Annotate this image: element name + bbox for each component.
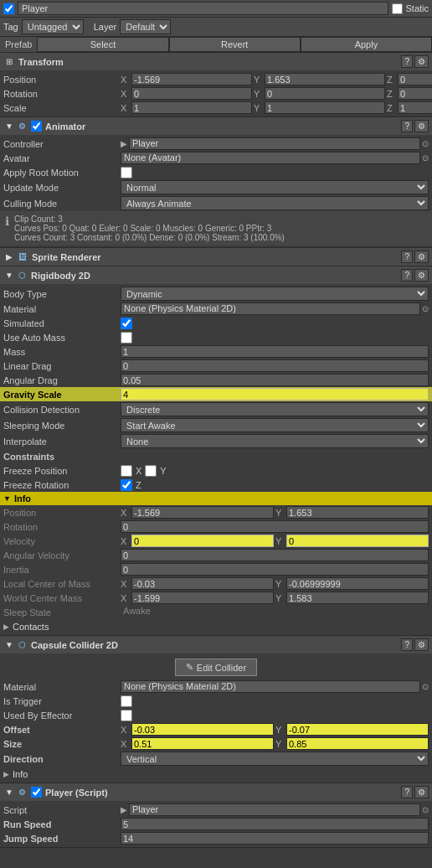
collider-info-row[interactable]: ▶ Info (0, 767, 432, 781)
is-trigger-row: Is Trigger (0, 694, 432, 708)
info-rotation-label: Rotation (3, 522, 121, 532)
animator-body: Controller ▶ Player ⊙ Avatar None (Avata… (0, 135, 432, 247)
revert-button[interactable]: Revert (169, 37, 301, 52)
capsule-collider2d-header[interactable]: ▼ ⬡ Capsule Collider 2D ? ⚙ (0, 636, 432, 654)
animator-settings-btn[interactable]: ⚙ (414, 120, 429, 132)
player-script-component: ▼ ⚙ Player (Script) ? ⚙ Script ▶ Player … (0, 783, 432, 848)
size-y[interactable] (286, 737, 429, 750)
body-type-select[interactable]: Dynamic (121, 287, 429, 301)
info-local-com-x[interactable] (131, 577, 274, 590)
rotation-x[interactable] (131, 87, 252, 100)
rigidbody2d-info-btn[interactable]: ? (401, 269, 413, 282)
clip-info-line3: Curves Count: 3 Constant: 0 (0.0%) Dense… (14, 233, 285, 242)
info-position-label: Position (3, 508, 121, 518)
mass-input[interactable] (121, 345, 429, 358)
collision-detection-row: Collision Detection Discrete (0, 401, 432, 417)
scale-y[interactable] (265, 101, 385, 114)
object-active-checkbox[interactable] (3, 3, 14, 14)
info-world-com-row: World Center Mass X Y (0, 591, 432, 605)
position-z[interactable] (398, 73, 432, 85)
simulated-checkbox[interactable] (121, 318, 132, 329)
transform-settings-btn[interactable]: ⚙ (414, 55, 429, 68)
sprite-renderer-info-btn[interactable]: ? (401, 251, 413, 263)
freeze-pos-y-checkbox[interactable] (145, 465, 157, 477)
edit-collider-button[interactable]: ✎ Edit Collider (175, 659, 257, 676)
player-script-header[interactable]: ▼ ⚙ Player (Script) ? ⚙ (0, 783, 432, 801)
info-local-com-y[interactable] (286, 577, 429, 590)
angular-drag-input[interactable] (121, 374, 429, 386)
apply-button[interactable]: Apply (301, 37, 432, 52)
jump-speed-input[interactable] (121, 832, 429, 845)
sprite-renderer-header[interactable]: ▶ 🖼 Sprite Renderer ? ⚙ (0, 248, 432, 266)
run-speed-input[interactable] (121, 818, 429, 830)
player-script-info-btn[interactable]: ? (401, 786, 413, 798)
transform-header[interactable]: ⊞ Transform ? ⚙ (0, 53, 432, 70)
info-velocity-x[interactable] (131, 535, 274, 547)
offset-xyz: X Y (121, 723, 429, 736)
use-auto-mass-row: Use Auto Mass (0, 330, 432, 344)
culling-mode-select[interactable]: Always Animate (121, 196, 429, 210)
info-header[interactable]: ▼ Info (0, 492, 432, 505)
freeze-rot-z-checkbox[interactable] (121, 479, 132, 491)
info-position-y[interactable] (286, 506, 429, 519)
animator-header[interactable]: ▼ ⚙ Animator ? ⚙ (0, 117, 432, 135)
freeze-position-checks: X Y (121, 465, 167, 477)
player-script-settings-btn[interactable]: ⚙ (414, 786, 429, 798)
select-button[interactable]: Select (37, 37, 168, 52)
gravity-scale-input[interactable] (121, 388, 429, 400)
rotation-row: Rotation X Y Z (0, 86, 432, 101)
player-script-enabled-checkbox[interactable] (31, 787, 42, 798)
info-velocity-y[interactable] (286, 535, 429, 547)
capsule-settings-btn[interactable]: ⚙ (414, 638, 429, 651)
tag-select[interactable]: Untagged (22, 19, 84, 34)
info-world-com-label: World Center Mass (3, 593, 121, 603)
apply-root-motion-checkbox[interactable] (121, 167, 132, 178)
animator-title: Animator (45, 121, 398, 132)
info-angular-velocity-input[interactable] (121, 549, 429, 561)
size-x[interactable] (131, 737, 274, 750)
capsule-info-btn[interactable]: ? (401, 638, 413, 651)
freeze-pos-x-checkbox[interactable] (121, 465, 132, 477)
linear-drag-input[interactable] (121, 359, 429, 372)
sprite-renderer-settings-btn[interactable]: ⚙ (414, 251, 429, 263)
used-by-effector-checkbox[interactable] (121, 710, 132, 721)
scale-z[interactable] (398, 101, 432, 114)
direction-select[interactable]: Vertical (121, 752, 429, 766)
offset-row: Offset X Y (0, 722, 432, 736)
static-checkbox[interactable] (392, 3, 403, 14)
info-world-com-x[interactable] (131, 592, 274, 604)
position-y[interactable] (265, 73, 385, 85)
info-rotation-row: Rotation (0, 519, 432, 534)
info-inertia-input[interactable] (121, 563, 429, 576)
position-x[interactable] (131, 73, 252, 85)
transform-icon: ⊞ (3, 56, 15, 68)
update-mode-select[interactable]: Normal (121, 180, 429, 194)
layer-select[interactable]: Default (120, 19, 171, 34)
info-label: Info (14, 493, 31, 504)
collider-material-value: None (Physics Material 2D) (121, 680, 420, 693)
info-world-com-y[interactable] (286, 592, 429, 604)
sleeping-mode-select[interactable]: Start Awake (121, 418, 429, 432)
animator-info-btn[interactable]: ? (401, 120, 413, 132)
rotation-z[interactable] (398, 87, 432, 100)
simulated-label: Simulated (3, 318, 121, 328)
is-trigger-checkbox[interactable] (121, 695, 132, 707)
object-name-input[interactable]: Player (18, 2, 388, 15)
contacts-row[interactable]: ▶ Contacts (0, 619, 432, 633)
use-auto-mass-checkbox[interactable] (121, 332, 132, 344)
rigidbody2d-header[interactable]: ▼ ⬡ Rigidbody 2D ? ⚙ (0, 266, 432, 284)
animator-enabled-checkbox[interactable] (31, 121, 42, 132)
scale-x[interactable] (131, 101, 252, 114)
offset-y[interactable] (286, 723, 429, 736)
transform-info-btn[interactable]: ? (401, 55, 413, 68)
info-world-com-xyz: X Y (121, 592, 429, 604)
info-position-x[interactable] (131, 506, 274, 519)
rotation-y[interactable] (265, 87, 385, 100)
rigidbody2d-settings-btn[interactable]: ⚙ (414, 269, 429, 282)
info-rotation-input[interactable] (121, 520, 429, 533)
interpolate-select[interactable]: None (121, 434, 429, 448)
animator-fold-icon: ▼ (3, 121, 15, 132)
collision-detection-select[interactable]: Discrete (121, 402, 429, 416)
controller-label: Controller (3, 139, 121, 149)
offset-x[interactable] (131, 723, 274, 736)
